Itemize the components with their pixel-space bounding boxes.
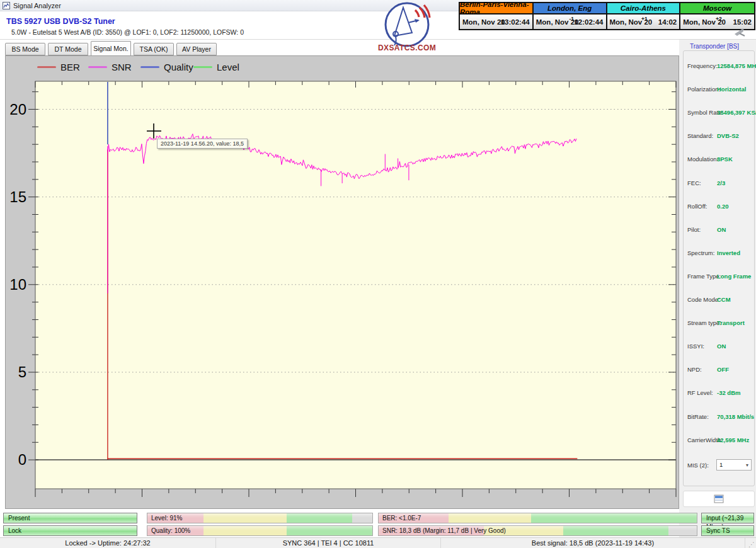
svg-text:5: 5 <box>18 363 26 380</box>
transponder-row-value: 35496,397 KS/s <box>717 109 756 116</box>
clock-utc-offset: +2 <box>716 16 722 22</box>
transponder-row: Modulation: 8PSK <box>687 156 752 163</box>
clock-city: London, Eng <box>534 3 606 14</box>
transponder-row-value: OFF <box>717 366 729 373</box>
transponder-row-label: Frame Type: <box>687 273 721 280</box>
statusbar-lock-uptime: Locked -> Uptime: 24:27:32 <box>0 538 216 548</box>
transponder-row: NPD: OFF <box>687 366 752 373</box>
transponder-row-value: DVB-S2 <box>717 132 739 139</box>
progress-bar-level: Level: 91% <box>147 513 373 523</box>
svg-text:10: 10 <box>9 276 26 293</box>
clock-column: Moscow Mon, Nov 20 +2 15:02 <box>680 3 754 29</box>
clock-time: 15:02 <box>733 18 752 26</box>
dxsatcs-logo-text: DXSATCS.COM <box>378 43 436 52</box>
clock-time: 14:02 <box>658 18 677 26</box>
statusbar-sync-info: SYNC 364 | TEI 4 | CC 10811 <box>216 538 441 548</box>
transponder-row-label: Polarization: <box>687 86 720 93</box>
app-icon <box>3 2 10 9</box>
resize-grip: ⋰ <box>745 538 756 548</box>
transponder-row-value: 70,318 Mbit/s <box>717 413 754 420</box>
transponder-panel-title: Transponder [BS] <box>688 43 741 50</box>
svg-text:0: 0 <box>18 451 26 468</box>
statusbar-best-signal: Best signal: 18,5 dB (2023-11-19 14:43) <box>441 538 745 548</box>
window-title: Signal Analyzer <box>13 2 61 9</box>
transponder-row-value: Transport <box>717 319 745 326</box>
tuner-subtitle: 5.0W - Eutelsat 5 West A/B (ID: 3550) @ … <box>11 28 244 36</box>
transponder-row-label: RollOff: <box>687 203 707 210</box>
transponder-row-value: -32 dBm <box>717 389 740 396</box>
transponder-row-label: Standard: <box>687 132 713 139</box>
chart-canvas[interactable]: 05101520 <box>6 56 680 510</box>
transponder-row-label: Pilot: <box>687 226 701 233</box>
clock-column: London, Eng Mon, Nov 20 -1 12:02:44 <box>534 3 607 29</box>
transponder-row-value: 2/3 <box>717 180 725 186</box>
transponder-row: Pilot: ON <box>687 226 752 233</box>
transponder-row-value: ON <box>717 226 726 233</box>
tab-bs-mode[interactable]: BS Mode <box>5 43 45 55</box>
mis-label: MIS (2): <box>687 462 709 469</box>
transponder-row: RF Level: -32 dBm <box>687 389 752 396</box>
dxsatcs-logo: DXSATCS.COM <box>377 1 440 53</box>
transponder-row-value: ON <box>717 343 726 350</box>
clock-date: Mon, Nov 20 <box>462 18 505 26</box>
transponder-row-value: Horizontal <box>717 86 746 93</box>
transponder-row-label: ISSYI: <box>687 343 704 350</box>
tuner-title: TBS 5927 USB DVB-S2 Tuner <box>6 17 115 26</box>
clock-time: 13:02:44 <box>501 18 530 26</box>
transponder-row-value: 42,595 MHz <box>717 437 749 443</box>
tab-dt-mode[interactable]: DT Mode <box>48 43 88 55</box>
transponder-row: Spectrum: Inverted <box>687 249 752 256</box>
drive-icon <box>714 494 724 503</box>
transponder-row-label: NPD: <box>687 366 702 373</box>
transponder-row-label: Stream type: <box>687 319 721 326</box>
clock-utc-offset: -1 <box>569 16 574 22</box>
svg-text:20: 20 <box>9 101 26 118</box>
mode-tabs: BS ModeDT ModeSignal Mon.TSA (OK)AV Play… <box>5 43 217 56</box>
transponder-row-value: CCM <box>717 296 731 303</box>
transponder-row: RollOff: 0.20 <box>687 203 752 210</box>
statusbar: Locked -> Uptime: 24:27:32 SYNC 364 | TE… <box>0 537 756 548</box>
transponder-row-label: Spectrum: <box>687 249 714 256</box>
tab-av-player[interactable]: AV Player <box>176 43 217 55</box>
clock-city: Berlin-Paris-Vienna-Roma <box>460 3 532 14</box>
clock-city: Cairo-Athens <box>607 3 680 14</box>
indicator-sync: Sync TS <box>701 525 754 536</box>
clock-column: Berlin-Paris-Vienna-Roma Mon, Nov 20 13:… <box>460 3 534 29</box>
transponder-row-label: Code Mode: <box>687 296 720 303</box>
progress-bar-ber: BER: <1.0E-7 <box>378 513 697 523</box>
transponder-panel: MIS (2): 1 ▾ Frequency: 12584,875 MHz Po… <box>683 50 755 486</box>
transponder-row-value: 12584,875 MHz <box>717 62 756 69</box>
transponder-row-label: Modulation: <box>687 156 718 163</box>
clock-utc-offset: +1 <box>641 16 648 22</box>
transponder-row-label: RF Level: <box>687 389 713 396</box>
mis-selected-value: 1 <box>719 461 723 468</box>
transponder-row-value: Long Frame <box>717 273 751 280</box>
indicator-present: Present <box>3 513 137 523</box>
chevron-down-icon: ▾ <box>746 462 748 468</box>
transponder-row-label: FEC: <box>687 180 701 186</box>
progress-bar-snr: SNR: 18,3 dB (Margin: 11,7 dB | Very Goo… <box>378 525 697 536</box>
tab-tsa-ok[interactable]: TSA (OK) <box>134 43 174 55</box>
transponder-row: Frame Type: Long Frame <box>687 273 752 280</box>
transponder-row: Stream type: Transport <box>687 319 752 326</box>
transponder-row: Standard: DVB-S2 <box>687 132 752 139</box>
satellite-glyph-icon <box>733 28 747 37</box>
tab-signal-mon[interactable]: Signal Mon. <box>91 41 131 55</box>
transponder-row: CarrierWidth: 42,595 MHz <box>687 437 752 443</box>
world-clocks: Berlin-Paris-Vienna-Roma Mon, Nov 20 13:… <box>459 2 755 30</box>
clock-time: 12:02:44 <box>574 18 603 26</box>
mis-select[interactable]: 1 ▾ <box>716 459 752 471</box>
transponder-row-label: BitRate: <box>687 413 709 420</box>
chart-tooltip: 2023-11-19 14.56.20, value: 18,5 <box>157 139 248 149</box>
clock-city: Moscow <box>680 3 754 14</box>
transponder-row: ISSYI: ON <box>687 343 752 350</box>
signal-chart-region: BERSNRQualityLevel 05101520 2023-11-19 1… <box>5 55 679 509</box>
clock-column: Cairo-Athens Mon, Nov 20 +1 14:02 <box>607 3 681 29</box>
record-device-button[interactable] <box>683 491 755 507</box>
transponder-row-value: 8PSK <box>717 156 733 163</box>
transponder-row-label: Frequency: <box>687 62 718 69</box>
transponder-row: Code Mode: CCM <box>687 296 752 303</box>
transponder-row: Symbol Rate: 35496,397 KS/s <box>687 109 752 116</box>
svg-text:15: 15 <box>9 188 26 205</box>
transponder-row: Frequency: 12584,875 MHz <box>687 62 752 69</box>
